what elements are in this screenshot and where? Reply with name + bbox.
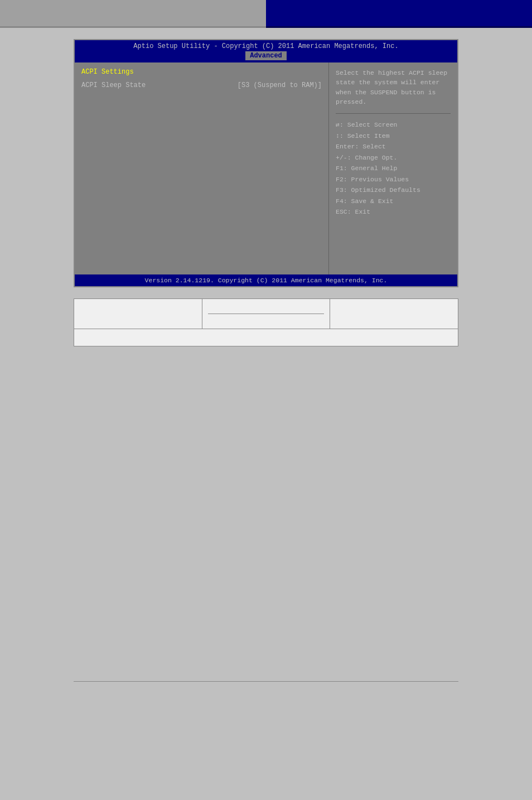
bios-help-text: Select the highest ACPI sleep state the … [336,68,451,107]
table-row-1 [74,299,458,329]
bios-header: Aptio Setup Utility - Copyright (C) 2011… [75,40,457,62]
shortcut-f2: F2: Previous Values [336,174,451,185]
table-row-full [74,329,458,346]
shortcut-esc: ESC: Exit [336,206,451,218]
info-table [74,298,458,346]
shortcut-f1: F1: General Help [336,163,451,174]
acpi-sleep-state-value: [S3 (Suspend to RAM)] [238,81,322,89]
table-row-2 [74,329,458,346]
acpi-section-title: ACPI Settings [81,68,322,76]
page-body: Aptio Setup Utility - Copyright (C) 2011… [0,28,532,693]
top-bar-left [0,0,266,28]
acpi-sleep-state-row[interactable]: ACPI Sleep State [S3 (Suspend to RAM)] [81,80,322,90]
bios-active-tab[interactable]: Advanced [245,51,287,60]
shortcut-select-item: ↕: Select Item [336,131,451,142]
shortcut-enter: Enter: Select [336,141,451,152]
table-cell-1 [74,299,202,329]
shortcut-f4: F4: Save & Exit [336,196,451,207]
bios-header-title: Aptio Setup Utility - Copyright (C) 2011… [133,42,398,50]
bios-right-panel: Select the highest ACPI sleep state the … [329,62,457,274]
shortcut-select-screen: ⇄: Select Screen [336,119,451,131]
bios-shortcuts: ⇄: Select Screen ↕: Select Item Enter: S… [336,119,451,218]
table-cell-2-sub [208,314,325,324]
table-cell-3 [330,299,458,329]
shortcut-f3: F3: Optimized Defaults [336,185,451,196]
bios-divider [336,113,451,114]
bottom-line [74,681,458,682]
bios-left-panel: ACPI Settings ACPI Sleep State [S3 (Susp… [75,62,329,274]
acpi-sleep-state-label: ACPI Sleep State [81,81,146,89]
bios-content-area: ACPI Settings ACPI Sleep State [S3 (Susp… [75,62,457,274]
bios-screen: Aptio Setup Utility - Copyright (C) 2011… [74,39,458,287]
shortcut-change-opt: +/-: Change Opt. [336,152,451,163]
bios-footer: Version 2.14.1219. Copyright (C) 2011 Am… [75,274,457,286]
table-cell-2 [202,299,330,329]
top-bar-right [266,0,532,28]
top-bar [0,0,532,28]
table-cell-2-inner [208,303,325,311]
